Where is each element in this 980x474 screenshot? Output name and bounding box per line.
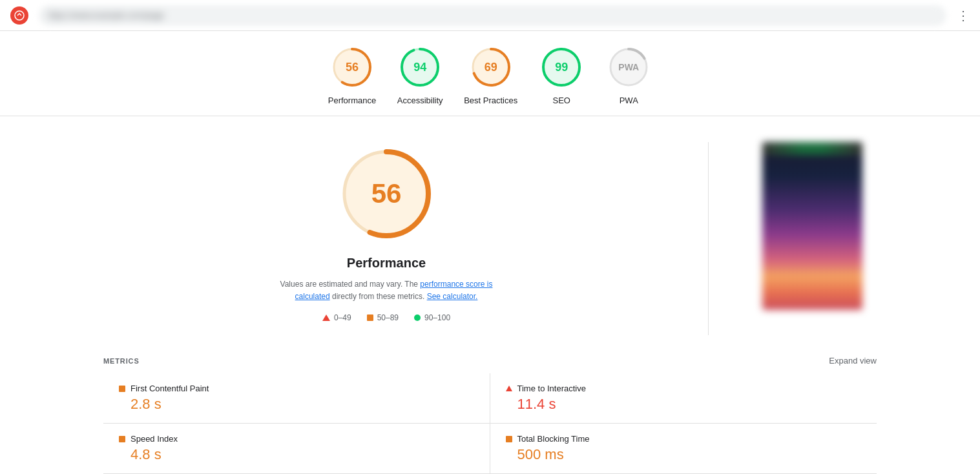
gauge-accessibility: 94 bbox=[397, 44, 443, 90]
performance-label: Performance bbox=[328, 96, 376, 105]
metric-fcp-value: 2.8 s bbox=[130, 396, 474, 413]
see-calc-link[interactable]: See calculator. bbox=[427, 292, 478, 301]
metric-fcp: First Contentful Paint 2.8 s bbox=[103, 373, 490, 424]
accessibility-label: Accessibility bbox=[397, 96, 443, 105]
right-panel bbox=[747, 142, 877, 335]
seo-label: SEO bbox=[553, 96, 570, 105]
gauge-performance: 56 bbox=[329, 44, 375, 90]
si-icon bbox=[119, 436, 125, 442]
metric-fcp-name: First Contentful Paint bbox=[119, 384, 474, 393]
url-bar[interactable]: https://www.example.com/page bbox=[39, 5, 946, 26]
vertical-divider bbox=[708, 142, 709, 335]
legend-fail: 0–49 bbox=[322, 313, 351, 322]
big-gauge-performance: 56 bbox=[335, 142, 438, 245]
tbt-icon bbox=[506, 436, 512, 442]
tab-pwa[interactable]: PWA PWA bbox=[605, 44, 652, 105]
tti-icon bbox=[506, 386, 512, 391]
circle-icon bbox=[414, 314, 421, 321]
accessibility-score: 94 bbox=[413, 61, 426, 74]
big-performance-score: 56 bbox=[371, 178, 402, 209]
best-practices-label: Best Practices bbox=[464, 96, 517, 105]
metric-tti-name: Time to Interactive bbox=[506, 384, 862, 393]
metrics-header: METRICS Expand view bbox=[103, 356, 877, 366]
metric-tbt-name: Total Blocking Time bbox=[506, 434, 862, 444]
score-legend: 0–49 50–89 90–100 bbox=[322, 313, 450, 322]
tab-best-practices[interactable]: 69 Best Practices bbox=[464, 44, 517, 105]
pwa-label: PWA bbox=[620, 96, 638, 105]
performance-main-title: Performance bbox=[347, 256, 426, 271]
menu-icon[interactable]: ⋮ bbox=[957, 8, 970, 23]
main-content: 56 Performance Values are estimated and … bbox=[0, 116, 980, 335]
pwa-score: PWA bbox=[618, 62, 639, 72]
tab-performance[interactable]: 56 Performance bbox=[328, 44, 376, 105]
performance-score: 56 bbox=[346, 61, 359, 74]
navbar: https://www.example.com/page ⋮ bbox=[0, 0, 980, 31]
svg-point-0 bbox=[15, 11, 24, 20]
metric-si-name: Speed Index bbox=[119, 434, 474, 444]
triangle-icon bbox=[322, 314, 330, 321]
legend-average: 50–89 bbox=[367, 313, 399, 322]
seo-score: 99 bbox=[555, 61, 568, 74]
metric-si-value: 4.8 s bbox=[130, 446, 474, 463]
metric-si: Speed Index 4.8 s bbox=[103, 424, 490, 474]
fcp-icon bbox=[119, 386, 125, 392]
legend-pass: 90–100 bbox=[414, 313, 450, 322]
metric-tbt: Total Blocking Time 500 ms bbox=[490, 424, 877, 474]
gauge-pwa: PWA bbox=[605, 44, 652, 90]
tab-seo[interactable]: 99 SEO bbox=[538, 44, 585, 105]
left-panel: 56 Performance Values are estimated and … bbox=[103, 142, 669, 335]
metric-tbt-value: 500 ms bbox=[517, 446, 862, 463]
best-practices-score: 69 bbox=[485, 61, 497, 74]
metric-tti-value: 11.4 s bbox=[517, 396, 862, 413]
metric-tti: Time to Interactive 11.4 s bbox=[490, 373, 877, 424]
metrics-title: METRICS bbox=[103, 357, 140, 365]
square-icon bbox=[367, 314, 373, 321]
gauge-seo: 99 bbox=[538, 44, 585, 90]
metrics-section: METRICS Expand view First Contentful Pai… bbox=[0, 356, 980, 474]
screenshot-preview bbox=[762, 142, 862, 310]
expand-view-button[interactable]: Expand view bbox=[829, 356, 877, 366]
metrics-grid: First Contentful Paint 2.8 s Time to Int… bbox=[103, 373, 877, 474]
tab-accessibility[interactable]: 94 Accessibility bbox=[397, 44, 443, 105]
app-logo bbox=[10, 6, 28, 25]
gauge-best-practices: 69 bbox=[468, 44, 514, 90]
score-tabs: 56 Performance 94 Accessibility 69 Best … bbox=[0, 31, 980, 116]
performance-description: Values are estimated and may vary. The p… bbox=[270, 278, 503, 303]
